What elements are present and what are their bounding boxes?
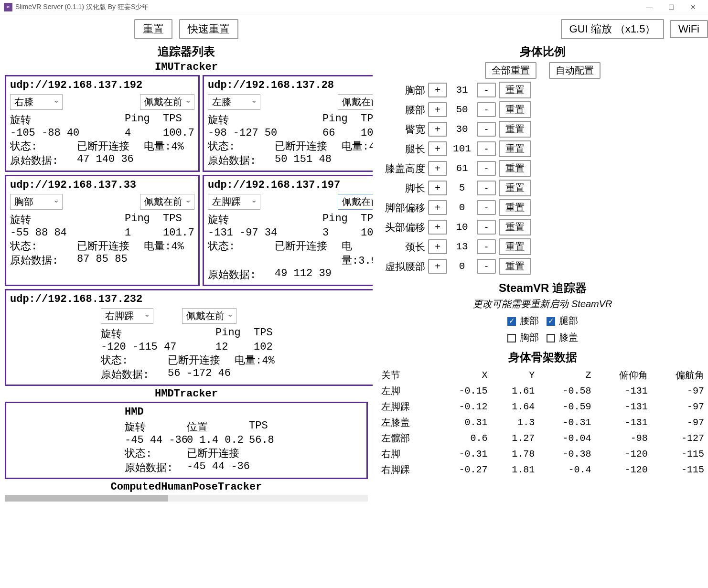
mount-select[interactable]: 佩戴在前 (338, 94, 373, 110)
tracker-box: udp://192.168.137.33 胸部 佩戴在前 旋转 Ping TPS… (5, 175, 200, 286)
plus-button[interactable]: + (428, 161, 447, 176)
body-part-select[interactable]: 左膝 (208, 94, 260, 110)
proportion-row: 脚部偏移 + 0 - 重置 (377, 199, 708, 216)
status-value: 已断开连接 (77, 239, 134, 253)
wifi-button[interactable]: WiFi (670, 20, 708, 38)
reset-button[interactable]: 重置 (134, 19, 172, 39)
horizontal-scrollbar[interactable] (5, 495, 368, 502)
hmd-tps: 56.8 (249, 434, 274, 446)
prop-reset-button[interactable]: 重置 (499, 82, 531, 98)
mount-select[interactable]: 佩戴在前 (182, 308, 236, 324)
hmd-position: 0 1.4 0.2 (187, 434, 239, 446)
right-panel: GUI 缩放 （x1.5） WiFi 身体比例 全部重置 自动配置 胸部 + 3… (373, 14, 708, 588)
body-part-select[interactable]: 左脚踝 (208, 194, 260, 210)
waist-checkbox[interactable] (507, 317, 516, 326)
proportion-row: 胸部 + 31 - 重置 (377, 82, 708, 98)
minus-button[interactable]: - (477, 181, 496, 195)
minimize-button[interactable]: — (638, 0, 660, 14)
hmd-raw: -45 44 -36 (187, 460, 250, 475)
legs-label: 腿部 (559, 315, 578, 326)
minus-button[interactable]: - (477, 83, 496, 97)
reset-all-button[interactable]: 全部重置 (485, 62, 536, 79)
minus-button[interactable]: - (477, 122, 496, 137)
raw-value: 47 140 36 (77, 153, 134, 168)
plus-button[interactable]: + (428, 141, 447, 156)
mount-select[interactable]: 佩戴在前 (140, 94, 194, 110)
skel-header: 俯仰角 (595, 368, 651, 383)
minus-button[interactable]: - (477, 239, 496, 254)
mount-select[interactable]: 佩戴在前 (140, 194, 194, 210)
plus-button[interactable]: + (428, 83, 447, 97)
prop-reset-button[interactable]: 重置 (499, 160, 531, 177)
proportion-value: 101 (450, 141, 474, 157)
raw-value: 87 85 85 (77, 253, 128, 267)
tps-value: 100.9 (361, 227, 373, 239)
close-button[interactable]: ✕ (682, 0, 704, 14)
knees-checkbox[interactable] (547, 334, 555, 342)
chest-checkbox[interactable] (507, 334, 516, 342)
prop-reset-button[interactable]: 重置 (499, 199, 531, 216)
maximize-button[interactable]: ☐ (660, 0, 682, 14)
plus-button[interactable]: + (428, 122, 447, 137)
plus-button[interactable]: + (428, 220, 447, 235)
body-part-select[interactable]: 右膝 (10, 94, 63, 110)
plus-button[interactable]: + (428, 259, 447, 274)
table-row: 左髋部0.61.27-0.04-98-127 (378, 431, 707, 446)
computed-tracker-title: ComputedHumanPoseTracker (5, 481, 368, 493)
table-row: 左脚-0.151.61-0.58-131-97 (378, 384, 707, 398)
gui-scale-button[interactable]: GUI 缩放 （x1.5） (561, 19, 665, 39)
tps-label: TPS (254, 327, 273, 341)
plus-button[interactable]: + (428, 200, 447, 215)
prop-reset-button[interactable]: 重置 (499, 219, 531, 235)
proportion-row: 虚拟腰部 + 0 - 重置 (377, 258, 708, 275)
prop-reset-button[interactable]: 重置 (499, 180, 531, 196)
proportion-row: 臀宽 + 30 - 重置 (377, 121, 708, 138)
mount-select[interactable]: 佩戴在前 (338, 194, 373, 210)
status-label: 状态: (208, 239, 265, 267)
prop-reset-button[interactable]: 重置 (499, 140, 531, 157)
rotation-label: 旋转 (208, 213, 313, 227)
tracker-address: udp://192.168.137.28 (208, 79, 373, 91)
proportion-row: 膝盖高度 + 61 - 重置 (377, 160, 708, 177)
prop-reset-button[interactable]: 重置 (499, 238, 531, 255)
rotation-label: 旋转 (10, 213, 115, 227)
minus-button[interactable]: - (477, 259, 496, 274)
titlebar: ≈ SlimeVR Server (0.1.1) 汉化版 By 狂妄S少年 — … (0, 0, 708, 14)
minus-button[interactable]: - (477, 220, 496, 235)
legs-checkbox[interactable] (547, 317, 555, 326)
body-part-select[interactable]: 右脚踝 (101, 308, 153, 324)
plus-button[interactable]: + (428, 181, 447, 195)
battery-label: 电量:4% (235, 353, 275, 367)
ping-value: 66 (322, 127, 351, 139)
ping-value: 4 (125, 127, 153, 139)
prop-reset-button[interactable]: 重置 (499, 258, 531, 275)
ping-value: 1 (125, 227, 153, 239)
prop-reset-button[interactable]: 重置 (499, 101, 531, 118)
hmd-tracker-box: HMD 旋转 位置 TPS -45 44 -36 0 1.4 0.2 56.8 … (5, 402, 368, 479)
prop-reset-button[interactable]: 重置 (499, 121, 531, 138)
rotation-label: 旋转 (101, 327, 206, 341)
fast-reset-button[interactable]: 快速重置 (179, 19, 238, 39)
raw-value: 50 151 48 (275, 153, 332, 168)
proportion-label: 虚拟腰部 (377, 260, 425, 273)
tps-value: 101.9 (361, 127, 373, 139)
hmd-rotation: -45 44 -36 (125, 434, 177, 446)
minus-button[interactable]: - (477, 141, 496, 156)
minus-button[interactable]: - (477, 102, 496, 117)
skel-header: 偏航角 (652, 368, 707, 383)
skel-header: 关节 (378, 368, 434, 383)
tps-label: TPS (163, 213, 182, 227)
steamvr-title: SteamVR 追踪器 (377, 280, 708, 296)
body-part-select[interactable]: 胸部 (10, 194, 63, 210)
tps-value: 101.7 (163, 227, 194, 239)
table-row: 左脚踝-0.121.64-0.59-131-97 (378, 399, 707, 414)
status-label: 状态: (208, 139, 265, 153)
table-row: 左膝盖0.311.3-0.31-131-97 (378, 415, 707, 430)
proportion-value: 61 (450, 160, 474, 176)
minus-button[interactable]: - (477, 200, 496, 215)
ping-value: 12 (215, 341, 244, 353)
minus-button[interactable]: - (477, 161, 496, 176)
auto-config-button[interactable]: 自动配置 (549, 62, 601, 79)
plus-button[interactable]: + (428, 102, 447, 117)
plus-button[interactable]: + (428, 239, 447, 254)
